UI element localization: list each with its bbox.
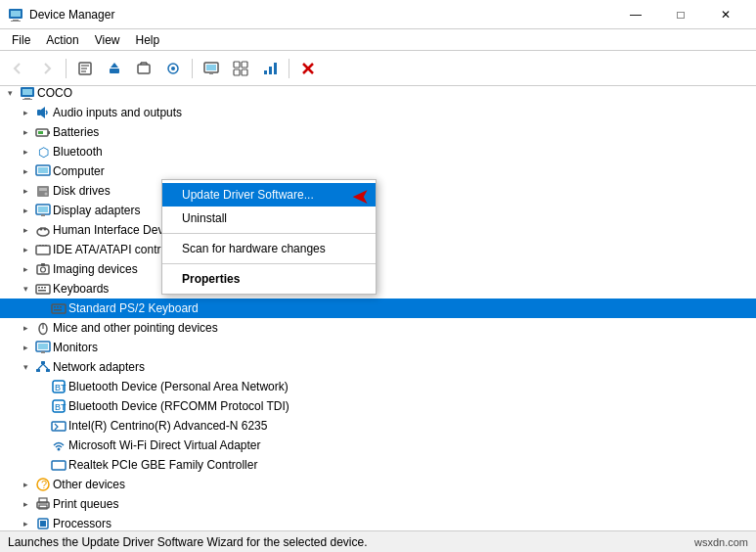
uninstall-toolbar-button[interactable] [130, 55, 157, 82]
expand-icon-coco[interactable]: ▾ [2, 86, 18, 101]
device-icon-realtek [51, 457, 67, 473]
tree-item-mice[interactable]: ▸Mice and other pointing devices [0, 318, 756, 338]
tree-item-bluetooth[interactable]: ▸⬡Bluetooth [0, 142, 756, 161]
svg-rect-55 [36, 285, 50, 294]
minimize-button[interactable]: — [613, 0, 658, 29]
properties-toolbar-button[interactable] [71, 55, 99, 82]
maximize-button[interactable]: □ [658, 0, 703, 29]
svg-rect-79 [52, 422, 66, 431]
expand-icon-network[interactable]: ▾ [18, 359, 33, 375]
tree-item-proc[interactable]: ▸Processors [0, 514, 756, 530]
monitor-toolbar-button[interactable] [198, 55, 225, 82]
tree-label-display: Display adapters [53, 204, 140, 217]
forward-button[interactable] [33, 55, 61, 82]
expand-icon-mice[interactable]: ▸ [18, 320, 33, 336]
device-icon-ide [35, 242, 51, 257]
tree-label-wifi-direct: Microsoft Wi-Fi Direct Virtual Adapter [68, 438, 261, 452]
back-button[interactable] [4, 55, 31, 82]
tree-item-intel[interactable]: Intel(R) Centrino(R) Advanced-N 6235 [0, 416, 756, 436]
menu-help[interactable]: Help [128, 31, 168, 49]
svg-rect-58 [44, 287, 46, 289]
tree-item-other[interactable]: ▸?Other devices [0, 475, 756, 494]
expand-icon-other[interactable]: ▸ [18, 477, 33, 492]
ctx-item-properties[interactable]: Properties [162, 267, 376, 291]
expand-icon-ide[interactable]: ▸ [18, 242, 33, 257]
device-icon-disk [35, 183, 51, 199]
expand-icon-batteries[interactable]: ▸ [18, 124, 33, 140]
tree-item-kbd-std[interactable]: Standard PS/2 Keyboard [0, 299, 756, 318]
svg-point-15 [171, 67, 175, 70]
svg-rect-17 [206, 65, 216, 70]
menu-file[interactable]: File [4, 31, 38, 49]
resources-toolbar-button[interactable] [256, 55, 284, 82]
svg-marker-9 [111, 63, 118, 68]
device-icon-proc [35, 516, 51, 530]
context-menu: Update Driver Software...UninstallScan f… [161, 179, 377, 295]
svg-rect-19 [234, 62, 240, 68]
ctx-sep-sep2 [162, 263, 376, 264]
device-icon-print [35, 496, 51, 512]
title-text: Device Manager [29, 8, 613, 22]
expand-icon-intel [33, 418, 49, 434]
tree-item-coco[interactable]: ▾COCO [0, 86, 756, 103]
tree-item-audio[interactable]: ▸Audio inputs and outputs [0, 103, 756, 122]
expand-icon-audio[interactable]: ▸ [18, 105, 33, 120]
tree-item-print[interactable]: ▸Print queues [0, 494, 756, 514]
tree-item-hid[interactable]: ▸Human Interface Devices [0, 220, 756, 240]
expand-icon-proc[interactable]: ▸ [18, 516, 33, 530]
tree-item-keyboards[interactable]: ▾Keyboards [0, 279, 756, 299]
device-icon-kbd-std [51, 300, 67, 316]
tree-item-imaging[interactable]: ▸Imaging devices [0, 259, 756, 279]
scan-toolbar-button[interactable] [159, 55, 187, 82]
menu-view[interactable]: View [87, 31, 128, 49]
ctx-item-update-driver[interactable]: Update Driver Software... [162, 183, 376, 207]
expand-icon-kbd-std [33, 300, 49, 316]
tree-item-realtek[interactable]: Realtek PCIe GBE Family Controller [0, 455, 756, 475]
tree-item-batteries[interactable]: ▸Batteries [0, 122, 756, 142]
device-tree[interactable]: ▾COCO▸Audio inputs and outputs▸Batteries… [0, 86, 756, 530]
tree-item-bt-dev2[interactable]: BTBluetooth Device (RFCOMM Protocol TDI) [0, 396, 756, 416]
device-icon-keyboards [35, 281, 51, 297]
tree-item-bt-dev1[interactable]: BTBluetooth Device (Personal Area Networ… [0, 377, 756, 396]
tree-item-ide[interactable]: ▸IDE ATA/ATAPI controllers [0, 240, 756, 259]
device-icon-monitors [35, 340, 51, 355]
svg-rect-48 [36, 246, 50, 254]
expand-icon-print[interactable]: ▸ [18, 496, 33, 512]
ctx-item-scan[interactable]: Scan for hardware changes [162, 237, 376, 260]
device-icon-hid [35, 222, 51, 238]
tree-item-monitors[interactable]: ▸Monitors [0, 338, 756, 357]
tree-label-print: Print queues [53, 497, 118, 511]
tree-label-batteries: Batteries [53, 125, 99, 139]
device-icon-network [35, 359, 51, 375]
toolbar-sep-2 [192, 59, 193, 78]
close-button[interactable]: ✕ [703, 0, 748, 29]
menu-action[interactable]: Action [38, 31, 86, 49]
expand-icon-monitors[interactable]: ▸ [18, 340, 33, 355]
tree-label-bt-dev2: Bluetooth Device (RFCOMM Protocol TDI) [68, 399, 289, 413]
expand-icon-display[interactable]: ▸ [18, 203, 33, 218]
svg-rect-22 [242, 69, 247, 75]
ctx-item-uninstall[interactable]: Uninstall [162, 207, 376, 230]
svg-rect-1 [11, 11, 21, 17]
expand-icon-disk[interactable]: ▸ [18, 183, 33, 199]
update-driver-toolbar-button[interactable] [101, 55, 128, 82]
svg-rect-29 [22, 89, 32, 95]
tree-item-wifi-direct[interactable]: Microsoft Wi-Fi Direct Virtual Adapter [0, 436, 756, 455]
tree-item-display[interactable]: ▸Display adapters [0, 201, 756, 220]
group-toolbar-button[interactable] [227, 55, 254, 82]
svg-rect-57 [41, 287, 43, 289]
expand-icon-hid[interactable]: ▸ [18, 222, 33, 238]
expand-icon-keyboards[interactable]: ▾ [18, 281, 33, 297]
tree-label-network: Network adapters [53, 360, 145, 374]
tree-item-computer[interactable]: ▸Computer [0, 161, 756, 181]
svg-rect-32 [37, 110, 41, 115]
tree-item-network[interactable]: ▾Network adapters [0, 357, 756, 377]
delete-toolbar-button[interactable] [294, 55, 322, 82]
svg-rect-35 [38, 131, 43, 134]
expand-icon-wifi-direct [33, 437, 49, 453]
tree-item-disk[interactable]: ▸Disk drives [0, 181, 756, 201]
expand-icon-bluetooth[interactable]: ▸ [18, 144, 33, 160]
svg-rect-38 [38, 167, 48, 173]
expand-icon-computer[interactable]: ▸ [18, 163, 33, 179]
expand-icon-imaging[interactable]: ▸ [18, 261, 33, 277]
